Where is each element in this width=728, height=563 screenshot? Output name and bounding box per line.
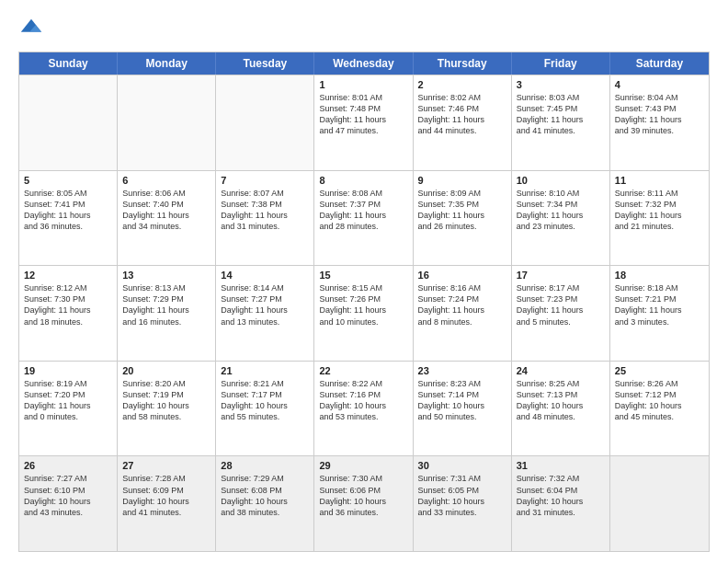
cell-info-text: Sunrise: 8:12 AM Sunset: 7:30 PM Dayligh… — [24, 282, 112, 327]
cell-date-number: 26 — [24, 460, 112, 471]
calendar-cell-7: 7Sunrise: 8:07 AM Sunset: 7:38 PM Daylig… — [216, 171, 314, 266]
cell-info-text: Sunrise: 8:06 AM Sunset: 7:40 PM Dayligh… — [122, 188, 210, 233]
cell-info-text: Sunrise: 7:27 AM Sunset: 6:10 PM Dayligh… — [24, 473, 112, 518]
cell-date-number: 29 — [319, 460, 407, 471]
calendar-cell-22: 22Sunrise: 8:22 AM Sunset: 7:16 PM Dayli… — [314, 362, 413, 456]
cell-info-text: Sunrise: 7:29 AM Sunset: 6:08 PM Dayligh… — [221, 473, 309, 518]
cell-info-text: Sunrise: 8:05 AM Sunset: 7:41 PM Dayligh… — [24, 188, 112, 233]
cell-info-text: Sunrise: 8:17 AM Sunset: 7:23 PM Dayligh… — [517, 282, 605, 327]
calendar-cell-13: 13Sunrise: 8:13 AM Sunset: 7:29 PM Dayli… — [118, 266, 216, 361]
calendar-cell-6: 6Sunrise: 8:06 AM Sunset: 7:40 PM Daylig… — [118, 171, 216, 266]
calendar-cell-26: 26Sunrise: 7:27 AM Sunset: 6:10 PM Dayli… — [19, 456, 118, 551]
cell-date-number: 6 — [122, 175, 210, 186]
cell-info-text: Sunrise: 8:11 AM Sunset: 7:32 PM Dayligh… — [615, 188, 704, 233]
cell-date-number: 7 — [221, 175, 309, 186]
cell-info-text: Sunrise: 8:16 AM Sunset: 7:24 PM Dayligh… — [418, 282, 506, 327]
calendar-cell-1: 1Sunrise: 8:01 AM Sunset: 7:48 PM Daylig… — [314, 75, 413, 170]
cell-info-text: Sunrise: 8:02 AM Sunset: 7:46 PM Dayligh… — [418, 92, 506, 137]
cell-date-number: 5 — [24, 175, 112, 186]
day-header-tuesday: Tuesday — [216, 52, 314, 75]
cell-info-text: Sunrise: 8:07 AM Sunset: 7:38 PM Dayligh… — [221, 188, 309, 233]
cell-date-number: 18 — [615, 270, 704, 281]
calendar-cell-15: 15Sunrise: 8:15 AM Sunset: 7:26 PM Dayli… — [314, 266, 413, 361]
page: SundayMondayTuesdayWednesdayThursdayFrid… — [0, 0, 728, 563]
day-header-sunday: Sunday — [19, 52, 118, 75]
week-row-1: 1Sunrise: 8:01 AM Sunset: 7:48 PM Daylig… — [19, 75, 709, 170]
week-row-2: 5Sunrise: 8:05 AM Sunset: 7:41 PM Daylig… — [19, 170, 709, 266]
cell-info-text: Sunrise: 8:22 AM Sunset: 7:16 PM Dayligh… — [319, 378, 407, 423]
day-header-thursday: Thursday — [414, 52, 512, 75]
cell-info-text: Sunrise: 8:03 AM Sunset: 7:45 PM Dayligh… — [517, 92, 605, 137]
cell-info-text: Sunrise: 8:01 AM Sunset: 7:48 PM Dayligh… — [319, 92, 407, 137]
cell-date-number: 17 — [517, 270, 605, 281]
calendar-cell-18: 18Sunrise: 8:18 AM Sunset: 7:21 PM Dayli… — [610, 266, 709, 361]
cell-date-number: 3 — [517, 79, 605, 90]
calendar-cell-16: 16Sunrise: 8:16 AM Sunset: 7:24 PM Dayli… — [414, 266, 512, 361]
cell-date-number: 12 — [24, 270, 112, 281]
cell-date-number: 24 — [517, 365, 605, 376]
calendar-body: 1Sunrise: 8:01 AM Sunset: 7:48 PM Daylig… — [19, 75, 709, 551]
calendar-cell-30: 30Sunrise: 7:31 AM Sunset: 6:05 PM Dayli… — [414, 456, 512, 551]
cell-info-text: Sunrise: 8:20 AM Sunset: 7:19 PM Dayligh… — [122, 378, 210, 423]
cell-info-text: Sunrise: 8:19 AM Sunset: 7:20 PM Dayligh… — [24, 378, 112, 423]
calendar-cell-12: 12Sunrise: 8:12 AM Sunset: 7:30 PM Dayli… — [19, 266, 118, 361]
day-header-saturday: Saturday — [610, 52, 709, 75]
calendar-cell-25: 25Sunrise: 8:26 AM Sunset: 7:12 PM Dayli… — [610, 362, 709, 456]
calendar-cell-29: 29Sunrise: 7:30 AM Sunset: 6:06 PM Dayli… — [314, 456, 413, 551]
cell-date-number: 28 — [221, 460, 309, 471]
cell-date-number: 14 — [221, 270, 309, 281]
cell-date-number: 11 — [615, 175, 704, 186]
week-row-5: 26Sunrise: 7:27 AM Sunset: 6:10 PM Dayli… — [19, 455, 709, 551]
cell-info-text: Sunrise: 8:23 AM Sunset: 7:14 PM Dayligh… — [418, 378, 506, 423]
calendar: SundayMondayTuesdayWednesdayThursdayFrid… — [18, 52, 710, 552]
cell-date-number: 16 — [418, 270, 506, 281]
calendar-cell-3: 3Sunrise: 8:03 AM Sunset: 7:45 PM Daylig… — [512, 75, 610, 170]
cell-date-number: 25 — [615, 365, 704, 376]
logo — [18, 17, 48, 42]
cell-info-text: Sunrise: 8:14 AM Sunset: 7:27 PM Dayligh… — [221, 282, 309, 327]
calendar-cell-empty — [19, 75, 118, 170]
logo-icon — [18, 17, 44, 42]
calendar-cell-14: 14Sunrise: 8:14 AM Sunset: 7:27 PM Dayli… — [216, 266, 314, 361]
header — [18, 17, 710, 42]
calendar-cell-20: 20Sunrise: 8:20 AM Sunset: 7:19 PM Dayli… — [118, 362, 216, 456]
cell-info-text: Sunrise: 7:30 AM Sunset: 6:06 PM Dayligh… — [319, 473, 407, 518]
cell-info-text: Sunrise: 8:09 AM Sunset: 7:35 PM Dayligh… — [418, 188, 506, 233]
cell-date-number: 1 — [319, 79, 407, 90]
day-header-friday: Friday — [512, 52, 610, 75]
calendar-cell-31: 31Sunrise: 7:32 AM Sunset: 6:04 PM Dayli… — [512, 456, 610, 551]
cell-date-number: 19 — [24, 365, 112, 376]
cell-date-number: 9 — [418, 175, 506, 186]
calendar-cell-23: 23Sunrise: 8:23 AM Sunset: 7:14 PM Dayli… — [414, 362, 512, 456]
cell-info-text: Sunrise: 8:08 AM Sunset: 7:37 PM Dayligh… — [319, 188, 407, 233]
cell-date-number: 4 — [615, 79, 704, 90]
cell-info-text: Sunrise: 8:04 AM Sunset: 7:43 PM Dayligh… — [615, 92, 704, 137]
cell-date-number: 31 — [517, 460, 605, 471]
calendar-cell-empty — [118, 75, 216, 170]
calendar-cell-9: 9Sunrise: 8:09 AM Sunset: 7:35 PM Daylig… — [414, 171, 512, 266]
calendar-cell-27: 27Sunrise: 7:28 AM Sunset: 6:09 PM Dayli… — [118, 456, 216, 551]
day-header-wednesday: Wednesday — [314, 52, 413, 75]
cell-date-number: 2 — [418, 79, 506, 90]
cell-info-text: Sunrise: 8:13 AM Sunset: 7:29 PM Dayligh… — [122, 282, 210, 327]
cell-date-number: 8 — [319, 175, 407, 186]
calendar-cell-empty — [610, 456, 709, 551]
day-header-monday: Monday — [118, 52, 216, 75]
cell-info-text: Sunrise: 7:32 AM Sunset: 6:04 PM Dayligh… — [517, 473, 605, 518]
calendar-cell-10: 10Sunrise: 8:10 AM Sunset: 7:34 PM Dayli… — [512, 171, 610, 266]
calendar-cell-24: 24Sunrise: 8:25 AM Sunset: 7:13 PM Dayli… — [512, 362, 610, 456]
calendar-cell-11: 11Sunrise: 8:11 AM Sunset: 7:32 PM Dayli… — [610, 171, 709, 266]
cell-date-number: 15 — [319, 270, 407, 281]
week-row-4: 19Sunrise: 8:19 AM Sunset: 7:20 PM Dayli… — [19, 361, 709, 456]
calendar-cell-19: 19Sunrise: 8:19 AM Sunset: 7:20 PM Dayli… — [19, 362, 118, 456]
calendar-cell-empty — [216, 75, 314, 170]
cell-info-text: Sunrise: 8:25 AM Sunset: 7:13 PM Dayligh… — [517, 378, 605, 423]
cell-date-number: 22 — [319, 365, 407, 376]
cell-date-number: 20 — [122, 365, 210, 376]
cell-date-number: 13 — [122, 270, 210, 281]
cell-info-text: Sunrise: 8:26 AM Sunset: 7:12 PM Dayligh… — [615, 378, 704, 423]
calendar-cell-21: 21Sunrise: 8:21 AM Sunset: 7:17 PM Dayli… — [216, 362, 314, 456]
calendar-cell-17: 17Sunrise: 8:17 AM Sunset: 7:23 PM Dayli… — [512, 266, 610, 361]
cell-date-number: 30 — [418, 460, 506, 471]
cell-info-text: Sunrise: 8:21 AM Sunset: 7:17 PM Dayligh… — [221, 378, 309, 423]
